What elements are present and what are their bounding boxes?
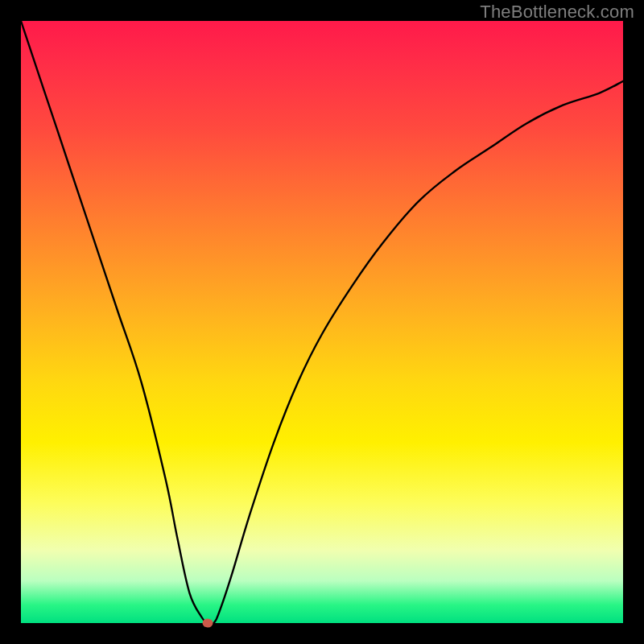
- minimum-marker: [202, 619, 213, 628]
- chart-frame: TheBottleneck.com: [0, 0, 644, 644]
- watermark-text: TheBottleneck.com: [480, 2, 634, 23]
- bottleneck-curve: [21, 21, 623, 623]
- plot-area: [21, 21, 623, 623]
- curve-path: [21, 21, 623, 623]
